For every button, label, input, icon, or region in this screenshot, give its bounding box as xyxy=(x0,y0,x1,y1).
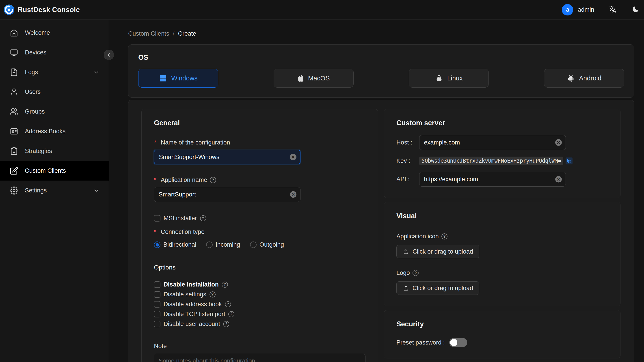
host-input[interactable] xyxy=(419,135,566,150)
application-icon-label-text: Application icon xyxy=(396,233,439,240)
clipboard-icon xyxy=(10,147,18,155)
option-disable-tcp-listen-port: Disable TCP listen port ? xyxy=(154,309,366,319)
sidebar-collapse-button[interactable] xyxy=(104,50,114,60)
help-icon[interactable]: ? xyxy=(223,321,229,327)
os-option-linux[interactable]: Linux xyxy=(409,69,489,88)
option-disable-settings: Disable settings ? xyxy=(154,290,366,299)
user-name: admin xyxy=(578,6,594,13)
custom-server-panel: Custom server Host : ✕ Key : 5Qbwsde3unU… xyxy=(384,109,620,198)
logo-label: Logo ? xyxy=(396,270,608,276)
breadcrumb-parent[interactable]: Custom Clients xyxy=(128,29,169,38)
sidebar-item-settings[interactable]: Settings xyxy=(0,180,109,200)
sidebar-item-users[interactable]: Users xyxy=(0,82,109,102)
options-title: Options xyxy=(154,264,366,271)
breadcrumb: Custom Clients / Create xyxy=(128,29,634,38)
rustdesk-logo-icon xyxy=(3,4,15,16)
checkbox[interactable] xyxy=(154,281,160,288)
api-input[interactable] xyxy=(419,172,566,186)
clear-icon[interactable]: ✕ xyxy=(290,154,296,160)
sidebar-item-label: Strategies xyxy=(25,148,52,154)
checkbox[interactable] xyxy=(154,311,160,318)
sidebar-item-groups[interactable]: Groups xyxy=(0,102,109,122)
radio-icon xyxy=(206,242,213,248)
key-row: Key : 5Qbwsde3unUcJBtrx9ZkvUmwFNoExHzpry… xyxy=(396,156,608,165)
preset-password-label: Preset password : xyxy=(396,339,445,346)
os-option-android[interactable]: Android xyxy=(544,69,624,88)
sidebar-item-logs[interactable]: Logs xyxy=(0,62,109,82)
user-icon xyxy=(10,88,18,96)
radio-incoming[interactable]: Incoming xyxy=(206,241,240,248)
chevron-down-icon xyxy=(93,69,100,76)
app-name-input[interactable] xyxy=(154,187,300,202)
options-list: Disable installation ? Disable settings … xyxy=(154,280,366,329)
clear-icon[interactable]: ✕ xyxy=(555,139,562,146)
checkbox-label: Disable settings xyxy=(164,291,206,298)
os-card-title: OS xyxy=(138,54,624,62)
visual-panel: Visual Application icon ? Click or drag … xyxy=(384,202,620,306)
sidebar-item-custom-clients[interactable]: Custom Clients xyxy=(0,161,109,180)
preset-password-toggle[interactable] xyxy=(449,338,467,347)
os-option-macos[interactable]: MacOS xyxy=(274,69,354,88)
msi-installer-row: MSI installer ? xyxy=(154,215,366,222)
os-option-windows[interactable]: Windows xyxy=(138,69,218,88)
radio-icon xyxy=(154,242,160,248)
radio-icon xyxy=(250,242,256,248)
sidebar-item-label: Settings xyxy=(25,187,47,194)
sidebar-item-welcome[interactable]: Welcome xyxy=(0,23,109,42)
moon-icon xyxy=(632,6,640,13)
help-icon[interactable]: ? xyxy=(442,234,448,240)
help-icon[interactable]: ? xyxy=(225,301,231,307)
radio-outgoing[interactable]: Outgoing xyxy=(250,241,284,248)
name-input[interactable] xyxy=(154,150,300,164)
preset-password-row: Preset password : xyxy=(396,338,608,347)
clear-icon[interactable]: ✕ xyxy=(290,191,296,198)
host-input-wrap: ✕ xyxy=(419,135,566,150)
sidebar-item-address-books[interactable]: Address Books xyxy=(0,122,109,141)
sidebar-item-label: Logs xyxy=(25,69,38,76)
note-textarea[interactable] xyxy=(154,354,366,362)
theme-toggle-button[interactable] xyxy=(632,6,640,14)
language-button[interactable] xyxy=(608,6,616,14)
sidebar-item-devices[interactable]: Devices xyxy=(0,42,109,62)
checkbox[interactable] xyxy=(154,321,160,327)
name-label: Name of the configuration xyxy=(154,139,366,146)
help-icon[interactable]: ? xyxy=(222,282,228,288)
host-label: Host : xyxy=(396,139,419,146)
contact-card-icon xyxy=(10,127,18,136)
upload-icon xyxy=(403,285,409,292)
os-card: OS Windows MacOS Linux Android xyxy=(128,44,634,98)
help-icon[interactable]: ? xyxy=(412,270,418,276)
help-icon[interactable]: ? xyxy=(210,292,216,298)
help-icon[interactable]: ? xyxy=(228,311,234,317)
connection-type-group: Bidirectional Incoming Outgoing xyxy=(154,241,366,248)
general-panel: General Name of the configuration ✕ Appl… xyxy=(142,109,378,362)
sidebar-item-label: Custom Clients xyxy=(25,167,66,174)
clear-icon[interactable]: ✕ xyxy=(555,176,562,182)
gear-icon xyxy=(10,186,18,195)
avatar[interactable]: a xyxy=(562,4,573,16)
checkbox[interactable] xyxy=(154,301,160,308)
home-icon xyxy=(10,29,18,37)
radio-label: Incoming xyxy=(216,241,240,248)
sidebar-item-label: Address Books xyxy=(25,128,66,135)
sidebar-item-strategies[interactable]: Strategies xyxy=(0,141,109,161)
users-icon xyxy=(10,108,18,116)
checkbox[interactable] xyxy=(154,291,160,298)
connection-type-label: Connection type xyxy=(154,228,366,236)
custom-server-title: Custom server xyxy=(396,119,608,127)
application-icon-upload-button[interactable]: Click or drag to upload xyxy=(396,245,479,258)
msi-installer-checkbox[interactable] xyxy=(154,215,160,222)
os-option-label: MacOS xyxy=(308,74,330,82)
security-panel: Security Preset password : xyxy=(384,310,620,358)
edit-square-icon xyxy=(10,167,18,175)
radio-bidirectional[interactable]: Bidirectional xyxy=(154,241,196,248)
copy-icon[interactable] xyxy=(566,158,572,164)
apple-icon xyxy=(297,74,304,82)
sidebar-item-label: Devices xyxy=(25,49,46,56)
breadcrumb-current: Create xyxy=(178,29,196,38)
help-icon[interactable]: ? xyxy=(210,177,216,183)
os-option-label: Windows xyxy=(171,74,198,82)
logo-upload-button[interactable]: Click or drag to upload xyxy=(396,281,479,295)
visual-title: Visual xyxy=(396,212,608,220)
help-icon[interactable]: ? xyxy=(200,215,206,221)
